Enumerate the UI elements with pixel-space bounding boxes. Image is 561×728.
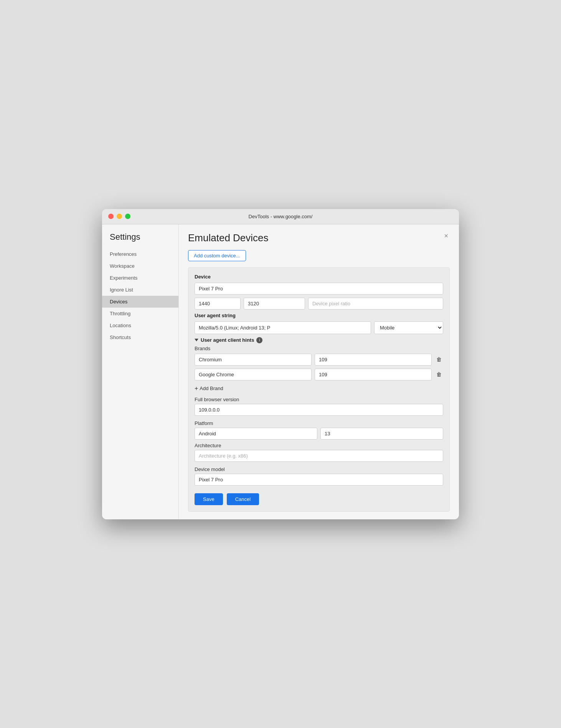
width-input[interactable]	[195, 298, 241, 310]
platform-name-input[interactable]	[195, 428, 317, 440]
close-button[interactable]: ×	[442, 232, 450, 240]
device-model-label: Device model	[195, 466, 443, 472]
hints-toggle-icon[interactable]	[195, 339, 198, 341]
sidebar-item-workspace[interactable]: Workspace	[102, 260, 178, 272]
add-custom-device-button[interactable]: Add custom device...	[188, 250, 246, 261]
devtools-window: DevTools - www.google.com/ Settings Pref…	[102, 209, 459, 519]
close-traffic-light[interactable]	[108, 214, 114, 219]
height-input[interactable]	[244, 298, 305, 310]
full-browser-version-label: Full browser version	[195, 397, 443, 402]
sidebar-item-locations[interactable]: Locations	[102, 320, 178, 331]
architecture-label: Architecture	[195, 443, 443, 448]
brand-name-input-1[interactable]	[195, 369, 312, 380]
plus-icon: +	[195, 385, 198, 392]
sidebar-item-experiments[interactable]: Experiments	[102, 272, 178, 284]
main-header: Emulated Devices ×	[188, 232, 450, 244]
brand-row-chromium: 🗑	[195, 354, 443, 366]
info-icon[interactable]: i	[256, 337, 262, 343]
device-panel: Device User agent string Mobile Desktop …	[188, 267, 450, 512]
brand-name-input-0[interactable]	[195, 354, 312, 366]
ua-string-row: Mobile Desktop Tablet	[195, 321, 443, 334]
delete-brand-button-1[interactable]: 🗑	[435, 370, 443, 379]
trash-icon-1: 🗑	[436, 371, 442, 377]
settings-content: Settings Preferences Workspace Experimen…	[102, 224, 459, 519]
sidebar-item-preferences[interactable]: Preferences	[102, 248, 178, 260]
sidebar-item-throttling[interactable]: Throttling	[102, 308, 178, 320]
save-button[interactable]: Save	[195, 493, 223, 505]
traffic-lights	[108, 214, 130, 219]
window-title: DevTools - www.google.com/	[249, 214, 313, 219]
sidebar-item-shortcuts[interactable]: Shortcuts	[102, 331, 178, 343]
ua-string-input[interactable]	[195, 321, 371, 334]
page-title: Emulated Devices	[188, 232, 269, 244]
dimension-row	[195, 298, 443, 310]
full-browser-version-input[interactable]	[195, 404, 443, 416]
form-actions: Save Cancel	[195, 493, 443, 505]
platform-label: Platform	[195, 420, 443, 426]
platform-row	[195, 428, 443, 440]
device-model-input[interactable]	[195, 474, 443, 486]
brand-version-input-0[interactable]	[315, 354, 432, 366]
delete-brand-button-0[interactable]: 🗑	[435, 355, 443, 364]
main-panel: Emulated Devices × Add custom device... …	[179, 224, 459, 519]
pixel-ratio-input[interactable]	[308, 298, 443, 310]
sidebar-heading: Settings	[102, 232, 178, 248]
maximize-traffic-light[interactable]	[125, 214, 130, 219]
sidebar: Settings Preferences Workspace Experimen…	[102, 224, 179, 519]
brand-row-google-chrome: 🗑	[195, 369, 443, 380]
ua-type-select[interactable]: Mobile Desktop Tablet	[374, 321, 443, 334]
minimize-traffic-light[interactable]	[117, 214, 122, 219]
trash-icon-0: 🗑	[436, 356, 442, 362]
ua-string-label: User agent string	[195, 313, 443, 318]
titlebar: DevTools - www.google.com/	[102, 209, 459, 224]
architecture-input[interactable]	[195, 450, 443, 462]
sidebar-item-devices[interactable]: Devices	[102, 296, 178, 308]
brands-label: Brands	[195, 346, 443, 351]
cancel-button[interactable]: Cancel	[227, 493, 259, 505]
device-name-input[interactable]	[195, 283, 443, 295]
add-brand-button[interactable]: + Add Brand	[195, 384, 223, 394]
brand-version-input-1[interactable]	[315, 369, 432, 380]
sidebar-item-ignore-list[interactable]: Ignore List	[102, 284, 178, 296]
hints-title: User agent client hints	[201, 337, 254, 343]
add-brand-label: Add Brand	[200, 385, 223, 391]
device-section-label: Device	[195, 274, 443, 280]
hints-header: User agent client hints i	[195, 337, 443, 343]
platform-version-input[interactable]	[320, 428, 443, 440]
